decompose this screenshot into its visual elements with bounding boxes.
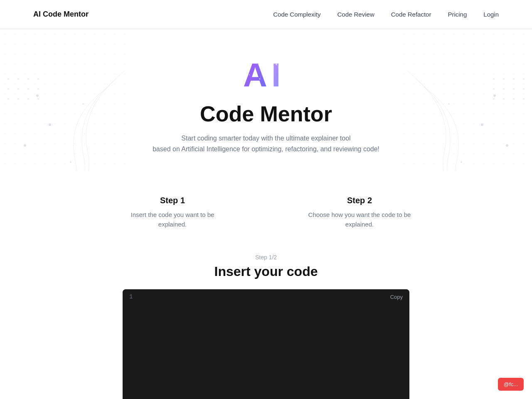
nav-link-code-complexity[interactable]: Code Complexity xyxy=(273,11,320,18)
step-2-title: Step 2 xyxy=(308,196,411,205)
copy-button[interactable]: Copy xyxy=(390,294,403,300)
svg-text:A: A xyxy=(243,57,267,91)
ai-logo: A I xyxy=(33,54,499,91)
nav-link-code-refactor[interactable]: Code Refactor xyxy=(391,11,431,18)
step-1-description: Insert the code you want to be explained… xyxy=(121,210,224,229)
svg-text:I: I xyxy=(271,57,281,91)
code-editor-header: 1 Copy xyxy=(123,289,409,304)
hero-subtitle: Start coding smarter today with the ulti… xyxy=(33,133,499,154)
navbar: AI Code Mentor Code Complexity Code Revi… xyxy=(0,0,532,29)
step-progress-label: Step 1/2 xyxy=(33,254,499,261)
step-2-description: Choose how you want the code to be expla… xyxy=(308,210,411,229)
hero-subtitle-line2: based on Artificial Intelligence for opt… xyxy=(153,145,379,153)
nav-links: Code Complexity Code Review Code Refacto… xyxy=(273,11,499,18)
nav-item-code-refactor[interactable]: Code Refactor xyxy=(391,11,431,18)
hero-title: Code Mentor xyxy=(33,101,499,126)
floating-badge-text: @fc... xyxy=(504,381,518,387)
hero-wrapper: A I Code Mentor Start coding smarter xyxy=(0,29,532,171)
svg-point-44 xyxy=(249,74,250,76)
steps-section: Step 1 Insert the code you want to be ex… xyxy=(0,171,532,246)
nav-link-code-review[interactable]: Code Review xyxy=(337,11,374,18)
nav-item-code-complexity[interactable]: Code Complexity xyxy=(273,11,320,18)
step-progress-title: Insert your code xyxy=(33,264,499,279)
line-number: 1 xyxy=(129,293,133,300)
nav-link-pricing[interactable]: Pricing xyxy=(448,11,467,18)
code-editor[interactable]: 1 Copy xyxy=(123,289,409,399)
code-editor-body[interactable] xyxy=(123,304,409,399)
nav-link-login[interactable]: Login xyxy=(483,11,499,18)
brand-name[interactable]: AI Code Mentor xyxy=(33,10,89,19)
step-1-card: Step 1 Insert the code you want to be ex… xyxy=(121,196,224,229)
floating-badge: @fc... xyxy=(498,378,524,391)
step-1-title: Step 1 xyxy=(121,196,224,205)
step-2-card: Step 2 Choose how you want the code to b… xyxy=(308,196,411,229)
nav-item-code-review[interactable]: Code Review xyxy=(337,11,374,18)
hero-subtitle-line1: Start coding smarter today with the ulti… xyxy=(181,135,350,142)
code-input[interactable] xyxy=(129,311,403,386)
ai-logo-icon: A I xyxy=(241,54,291,91)
hero-section: A I Code Mentor Start coding smarter xyxy=(0,29,532,171)
svg-point-48 xyxy=(280,81,281,82)
step-progress-section: Step 1/2 Insert your code 1 Copy xyxy=(0,246,532,399)
nav-item-login[interactable]: Login xyxy=(483,11,499,18)
nav-item-pricing[interactable]: Pricing xyxy=(448,11,467,18)
